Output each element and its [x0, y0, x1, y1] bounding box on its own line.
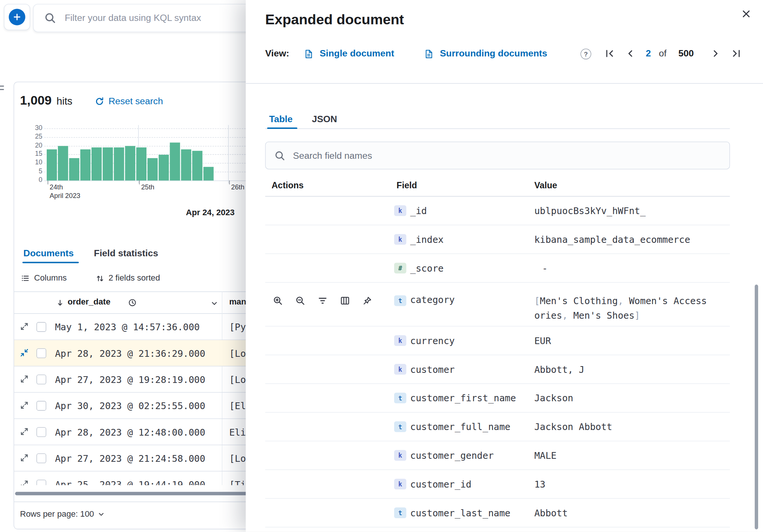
expand-row-icon[interactable] [20, 427, 28, 436]
page-of-label: of [659, 48, 667, 59]
row-checkbox[interactable] [37, 375, 46, 384]
field-name: customer_id [410, 479, 472, 489]
histogram-bar [159, 154, 169, 180]
field-row: k _index kibana_sample_data_ecommerce [265, 225, 730, 254]
keyword-type-icon: k [394, 205, 407, 216]
histogram-bar [103, 148, 113, 180]
manufacturer-cell-partial: [Ti [229, 471, 246, 485]
document-icon [424, 49, 433, 59]
reset-search-button[interactable]: Reset search [95, 96, 163, 107]
field-name: currency [410, 335, 455, 346]
axis-tick [48, 180, 48, 184]
previous-page-button[interactable] [623, 47, 637, 60]
first-page-button[interactable] [603, 47, 617, 60]
manufacturer-cell-partial: [Lo [229, 445, 246, 471]
list-icon [21, 274, 30, 282]
filter-out-value-icon[interactable] [295, 296, 305, 306]
panel-resize-handle[interactable] [0, 86, 4, 95]
field-value: ublpuocBs3kYv_hWFnt_ [534, 203, 722, 218]
filter-for-value-icon[interactable] [273, 296, 283, 306]
expanded-document-flyout: Expanded document View: Single document … [246, 0, 763, 532]
filter-field-icon[interactable] [318, 296, 327, 306]
chevron-left-icon [625, 49, 635, 58]
hits-count: 1,009 [20, 93, 52, 108]
row-checkbox[interactable] [37, 322, 46, 332]
expand-row-icon[interactable] [20, 480, 28, 485]
document-icon [304, 49, 313, 59]
gridline-vertical [228, 125, 229, 183]
order-date-cell: Apr 27, 2023 @ 21:24:58.000 [55, 445, 205, 471]
column-header-actions: Actions [272, 180, 304, 191]
hits-label: hits [56, 95, 72, 107]
refresh-icon [95, 97, 104, 106]
field-value: kibana_sample_data_ecommerce [534, 232, 722, 247]
document-fields-table: k _id ublpuocBs3kYv_hWFnt_ k _index kiba… [265, 197, 730, 528]
column-header-manufacturer-partial[interactable]: man [229, 297, 246, 307]
help-icon[interactable]: ? [581, 49, 591, 59]
toggle-column-icon[interactable] [340, 296, 350, 306]
active-tab-underline [267, 127, 297, 129]
rows-per-page-button[interactable]: Rows per page: 100 [20, 509, 105, 519]
keyword-type-icon: k [394, 479, 407, 489]
field-value: Abbott [534, 505, 722, 520]
tab-table[interactable]: Table [269, 114, 293, 125]
field-row: t customer_last_name Abbott [265, 499, 730, 528]
field-row: k currency EUR [265, 327, 730, 355]
histogram-bars[interactable] [47, 129, 214, 180]
histogram-bar [92, 148, 102, 180]
field-row: # _score - [265, 254, 730, 283]
surrounding-documents-link[interactable]: Surrounding documents [440, 48, 547, 59]
active-tab-underline [22, 262, 79, 263]
histogram-bar [170, 142, 180, 180]
tab-documents[interactable]: Documents [24, 248, 74, 259]
row-checkbox[interactable] [37, 480, 46, 485]
manufacturer-cell-partial: [Lo [229, 340, 246, 366]
flyout-header-divider [246, 83, 763, 84]
collapse-row-icon[interactable] [20, 348, 28, 357]
first-page-icon [605, 49, 615, 58]
tab-json[interactable]: JSON [312, 114, 337, 125]
manufacturer-cell-partial: [Lo [229, 366, 246, 393]
axis-tick [229, 180, 229, 184]
row-checkbox[interactable] [37, 401, 46, 411]
expand-row-icon[interactable] [20, 375, 28, 383]
sorted-fields-button[interactable]: 2 fields sorted [96, 273, 160, 283]
column-header-order-date[interactable]: order_date [68, 297, 110, 307]
columns-button[interactable]: Columns [21, 273, 67, 283]
vertical-scrollbar[interactable] [755, 285, 758, 529]
expand-row-icon[interactable] [20, 401, 28, 409]
y-tick: 25 [23, 133, 42, 140]
sort-direction-down-icon[interactable] [56, 299, 64, 307]
field-name: _score [410, 263, 444, 273]
page-number[interactable]: 2 [646, 48, 651, 59]
field-row: k _id ublpuocBs3kYv_hWFnt_ [265, 197, 730, 225]
row-checkbox[interactable] [37, 427, 46, 437]
close-flyout-button[interactable] [736, 4, 756, 23]
field-search-input[interactable]: Search field names [265, 142, 730, 169]
histogram-bar [136, 148, 146, 180]
order-date-cell: Apr 30, 2023 @ 02:25:55.000 [55, 393, 205, 419]
single-document-link[interactable]: Single document [320, 48, 394, 59]
row-checkbox[interactable] [37, 348, 46, 358]
expand-row-icon[interactable] [20, 454, 28, 462]
pin-field-icon[interactable] [362, 296, 372, 306]
add-button[interactable] [9, 9, 25, 25]
field-row: k customer Abbott, J [265, 355, 730, 384]
expand-row-icon[interactable] [20, 322, 28, 331]
rows-per-page-label: Rows per page: 100 [20, 509, 94, 519]
next-page-button[interactable] [709, 47, 722, 60]
sort-fields-icon [96, 274, 104, 282]
search-icon [44, 12, 56, 24]
field-search-placeholder: Search field names [293, 150, 372, 161]
chevron-down-icon[interactable] [211, 300, 218, 307]
flyout-title: Expanded document [265, 12, 404, 28]
column-header-field: Field [396, 180, 417, 191]
field-row: k customer_gender MALE [265, 441, 730, 470]
field-name: customer_last_name [410, 507, 510, 518]
field-value: MALE [534, 448, 722, 463]
last-page-button[interactable] [729, 47, 743, 60]
columns-label: Columns [34, 273, 67, 283]
tab-field-statistics[interactable]: Field statistics [94, 248, 158, 259]
order-date-cell: Apr 28, 2023 @ 21:36:29.000 [55, 340, 205, 366]
row-checkbox[interactable] [37, 454, 46, 463]
